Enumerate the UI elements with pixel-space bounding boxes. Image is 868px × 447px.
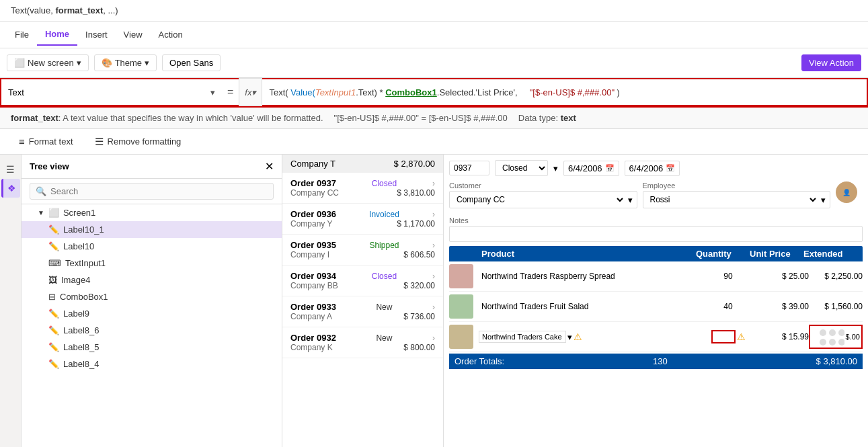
- tree-item-screen1[interactable]: ▼ ⬜ Screen1: [22, 204, 282, 221]
- order-item-0937[interactable]: Order 0937 Closed › Company CC $ 3,810.0…: [282, 173, 443, 204]
- theme-button[interactable]: 🎨 Theme ▾: [94, 54, 157, 71]
- tree-item-image4[interactable]: 🖼 Image4: [22, 272, 282, 288]
- main-content: ☰ ❖ Tree view ✕ 🔍 ▼ ⬜ Screen1: [0, 155, 868, 447]
- tree-item-label-label8_6: Label8_6: [63, 325, 274, 335]
- function-hint-text: Text(value, format_text, ...): [11, 5, 118, 15]
- tree-item-combobox1[interactable]: ⊟ ComboBox1: [22, 288, 282, 305]
- order-amount-0935: $ 606.50: [403, 250, 435, 259]
- order-item-0933[interactable]: Order 0933 New › Company A $ 736.00: [282, 296, 443, 327]
- formula-fx-button[interactable]: fx ▾: [239, 78, 262, 106]
- tree-item-label10[interactable]: ✏️ Label10: [22, 238, 282, 255]
- svg-point-5: [838, 339, 844, 346]
- tree-search-box: 🔍: [30, 183, 274, 200]
- order-amount-0936: $ 1,170.00: [397, 219, 435, 229]
- orders-list: Company T $ 2,870.00 Order 0937 Closed ›…: [282, 155, 444, 447]
- new-screen-button[interactable]: ⬜ New screen ▾: [7, 54, 89, 71]
- svg-point-1: [829, 329, 836, 336]
- screen-icon: ⬜: [48, 208, 59, 218]
- new-screen-icon: ⬜: [14, 58, 25, 68]
- formula-equals: =: [222, 78, 239, 106]
- sidebar-hamburger-icon[interactable]: ☰: [1, 160, 20, 179]
- cake-qty-warning-icon: ⚠: [737, 331, 746, 342]
- tree-item-label9[interactable]: ✏️ Label9: [22, 305, 282, 322]
- status-select[interactable]: Closed Open Shipped: [495, 160, 548, 176]
- date1-value: 6/4/2006: [568, 163, 602, 173]
- right-panel: Company T $ 2,870.00 Order 0937 Closed ›…: [282, 155, 868, 447]
- order-status-0933: New: [376, 302, 392, 312]
- employee-select[interactable]: Rossi: [647, 194, 819, 205]
- svg-point-3: [820, 339, 826, 346]
- employee-select-wrapper[interactable]: Rossi ▾: [643, 191, 831, 208]
- action-bar: ≡ Format text ☰ Remove formatting: [0, 129, 868, 155]
- format-text-button[interactable]: ≡ Format text: [11, 133, 81, 150]
- tree-item-label-label10: Label10: [63, 241, 274, 251]
- order-item-0935[interactable]: Order 0935 Shipped › Company I $ 606.50: [282, 235, 443, 266]
- product-thumb-1: [449, 294, 473, 319]
- formula-content[interactable]: Text( Value(TextInput1.Text) * ComboBox1…: [262, 78, 868, 106]
- tree-item-textinput1[interactable]: ⌨ TextInput1: [22, 255, 282, 272]
- totals-qty: 130: [653, 356, 668, 366]
- cake-product-cell: ▾ ⚠: [476, 331, 701, 343]
- tree-item-label10_1[interactable]: ✏️ Label10_1: [22, 221, 282, 238]
- order-item-0932[interactable]: Order 0932 New › Company K $ 800.00: [282, 327, 443, 358]
- remove-formatting-label: Remove formatting: [108, 136, 182, 147]
- order-status-0934: Closed: [372, 272, 397, 281]
- order-num-0935: Order 0935: [290, 240, 336, 250]
- tree-title: Tree view: [30, 161, 69, 171]
- theme-label: Theme: [115, 58, 142, 68]
- remove-format-icon: ☰: [95, 136, 104, 148]
- cake-qty-input[interactable]: [711, 330, 736, 343]
- prev-order-row[interactable]: Company T $ 2,870.00: [282, 155, 443, 173]
- combo-icon: ⊟: [48, 292, 56, 302]
- tree-item-label8_4[interactable]: ✏️ Label8_4: [22, 356, 282, 372]
- notes-field-group: Notes: [449, 216, 863, 242]
- menu-action[interactable]: Action: [151, 24, 191, 45]
- tree-item-label-label9: Label9: [63, 309, 274, 319]
- search-icon: 🔍: [36, 186, 46, 196]
- chevron-down-icon-2: ▾: [145, 58, 149, 68]
- view-action-button[interactable]: View Action: [801, 54, 861, 71]
- menu-file[interactable]: File: [7, 24, 37, 45]
- hint-data-type: Data type: text: [518, 113, 576, 123]
- hint-text: format_text: A text value that specifies…: [11, 113, 323, 123]
- date2-field[interactable]: 6/4/2006 📅: [625, 161, 680, 176]
- label-icon-6: ✏️: [48, 359, 59, 369]
- menu-home[interactable]: Home: [37, 24, 77, 46]
- cake-qty-cell[interactable]: ⚠: [701, 330, 755, 343]
- open-sans-button[interactable]: Open Sans: [162, 54, 221, 71]
- order-chevron-0933: ›: [432, 302, 435, 312]
- cake-ext-cell[interactable]: $.00: [809, 325, 863, 349]
- search-input[interactable]: [50, 186, 268, 196]
- product-thumb-0: [449, 264, 473, 288]
- cake-ext-value: $.00: [846, 333, 860, 341]
- date1-field[interactable]: 6/4/2006 📅: [563, 161, 619, 176]
- order-item-0934[interactable]: Order 0934 Closed › Company BB $ 320.00: [282, 266, 443, 296]
- notes-input[interactable]: [449, 226, 863, 242]
- order-num-0932: Order 0932: [290, 333, 336, 343]
- hint-description: A text value that specifies the way in w…: [63, 113, 323, 123]
- th-empty: [455, 249, 481, 259]
- formula-selector[interactable]: ▾: [0, 78, 222, 106]
- formula-selector-input[interactable]: [8, 87, 208, 97]
- hint-bar: format_text: A text value that specifies…: [0, 108, 868, 129]
- menu-insert[interactable]: Insert: [77, 24, 116, 45]
- remove-formatting-button[interactable]: ☰ Remove formatting: [87, 133, 190, 151]
- label-icon-4: ✏️: [48, 325, 59, 335]
- cake-product-input[interactable]: [479, 331, 566, 343]
- label-icon-5: ✏️: [48, 342, 59, 352]
- tree-item-label8_5[interactable]: ✏️ Label8_5: [22, 339, 282, 356]
- order-num-0937: Order 0937: [290, 178, 336, 188]
- customer-select[interactable]: Company CC: [454, 194, 625, 205]
- customer-select-wrapper[interactable]: Company CC ▾: [449, 191, 637, 208]
- tree-panel: Tree view ✕ 🔍 ▼ ⬜ Screen1 ✏️ Label10_1: [22, 155, 282, 447]
- tree-search-area: 🔍: [22, 179, 282, 204]
- menu-view[interactable]: View: [116, 24, 151, 45]
- table-row-2: ▾ ⚠ ⚠ $ 15.99: [449, 322, 863, 352]
- order-item-0936[interactable]: Order 0936 Invoiced › Company Y $ 1,170.…: [282, 204, 443, 235]
- sidebar-layers-icon[interactable]: ❖: [1, 179, 20, 198]
- tree-close-button[interactable]: ✕: [265, 160, 274, 173]
- tree-item-label8_6[interactable]: ✏️ Label8_6: [22, 322, 282, 339]
- order-num-input[interactable]: [449, 161, 489, 175]
- app-preview: Company T $ 2,870.00 Order 0937 Closed ›…: [282, 155, 868, 447]
- product-qty-0: 90: [701, 272, 755, 281]
